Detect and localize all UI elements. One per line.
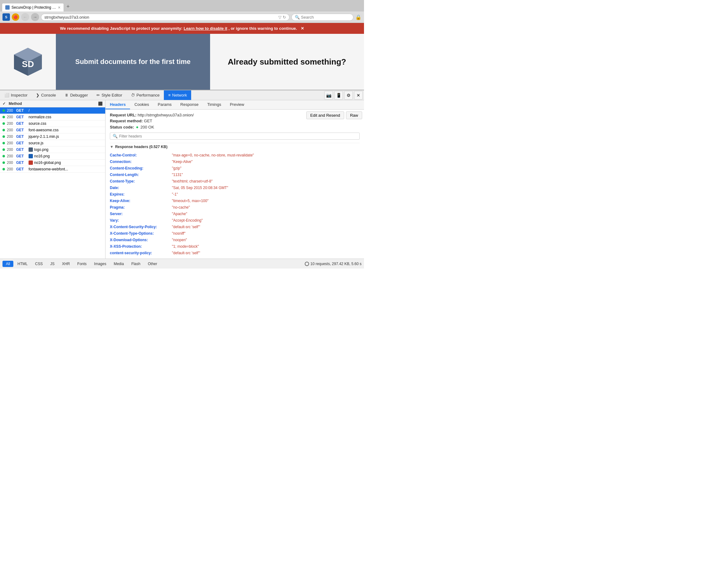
s-icon: S — [2, 13, 10, 21]
already-submitted-panel[interactable]: Already submitted something? — [210, 34, 364, 90]
section-arrow: ▼ — [110, 145, 114, 149]
headers-list: Cache-Control: "max-age=0, no-cache, no-… — [110, 152, 360, 256]
network-row[interactable]: 200 GET / — [0, 107, 105, 114]
close-devtools-btn[interactable]: ✕ — [354, 91, 363, 100]
tab-debugger[interactable]: ⏸ Debugger — [60, 90, 92, 100]
response-headers-section[interactable]: ▼ Response headers (0.527 KB) — [110, 143, 360, 150]
network-row[interactable]: 200 GET normalize.css — [0, 114, 105, 120]
response-headers-label: Response headers (0.527 KB) — [115, 145, 168, 149]
network-row[interactable]: 200 GET source.js — [0, 140, 105, 146]
header-row: Content-Length: "1131" — [110, 172, 360, 177]
detail-tab-preview[interactable]: Preview — [226, 100, 249, 109]
network-row[interactable]: 200 GET no16.png — [0, 153, 105, 159]
filter-input[interactable] — [119, 134, 357, 138]
warning-bar: We recommend disabling JavaScript to pro… — [0, 23, 364, 34]
file-thumbnail-icon — [29, 154, 33, 158]
network-row[interactable]: 200 GET fontawesome-webfont... — [0, 166, 105, 172]
network-stats-text: 10 requests, 297.42 KB, 5.60 s — [310, 262, 362, 266]
filter-other[interactable]: Other — [144, 261, 160, 267]
warning-close[interactable]: ✕ — [301, 26, 304, 31]
search-bar[interactable]: 🔍 — [291, 14, 353, 21]
new-tab-button[interactable]: + — [64, 2, 72, 11]
header-row: Date: "Sat, 05 Sep 2015 20:08:34 GMT" — [110, 185, 360, 190]
network-list: ✓ Method ⬛ 200 GET / 200 GET normalize.c… — [0, 100, 106, 258]
filter-html[interactable]: HTML — [14, 261, 31, 267]
debugger-icon: ⏸ — [65, 93, 69, 97]
filter-flash[interactable]: Flash — [128, 261, 144, 267]
url-icons: ▽ ↻ — [278, 15, 286, 20]
submit-panel-title: Submit documents for the first time — [75, 58, 191, 66]
network-row[interactable]: 200 GET font-awesome.css — [0, 127, 105, 133]
network-row[interactable]: 200 GET source.css — [0, 120, 105, 127]
status-code-label: Status code: — [110, 125, 134, 129]
bottom-filter-bar: All HTML CSS JS XHR Fonts Images Media F… — [0, 258, 364, 268]
warning-link[interactable]: Learn how to disable it — [184, 26, 227, 31]
status-code-value: 200 OK — [140, 125, 154, 129]
request-actions: Edit and Resend Raw — [304, 110, 364, 121]
responsive-btn[interactable]: 📱 — [334, 91, 343, 100]
request-detail: Headers Cookies Params Response Timings … — [106, 100, 364, 258]
extension-icon: 🔒 — [355, 14, 362, 20]
status-dot — [2, 116, 5, 118]
header-row: X-Content-Security-Policy: "default-src … — [110, 224, 360, 230]
filter-images[interactable]: Images — [91, 261, 110, 267]
warning-text: We recommend disabling JavaScript to pro… — [60, 26, 182, 31]
filter-all[interactable]: All — [2, 261, 13, 267]
warning-suffix: , or ignore this warning to continue. — [228, 26, 297, 31]
detail-tab-timings[interactable]: Timings — [203, 100, 226, 109]
search-icon: 🔍 — [295, 15, 300, 20]
raw-button[interactable]: Raw — [346, 111, 362, 119]
tab-close-button[interactable]: × — [58, 5, 61, 10]
network-row[interactable]: 200 GET jquery-2.1.1.min.js — [0, 133, 105, 140]
url-bar[interactable]: strngbxhwyuu37a3.onion ▽ ↻ — [41, 14, 290, 21]
devtools-tabs: ⬜ Inspector ❯ Console ⏸ Debugger ✏ Style… — [0, 90, 364, 100]
tab-console[interactable]: ❯ Console — [32, 90, 60, 100]
search-input[interactable] — [301, 15, 344, 20]
clock-icon — [305, 262, 309, 266]
detail-tab-response[interactable]: Response — [176, 100, 203, 109]
already-submitted-title: Already submitted something? — [228, 57, 346, 67]
tab-title: SecureDrop | Protecting Jo... — [11, 5, 56, 10]
settings-btn[interactable]: ⚙ — [344, 91, 353, 100]
network-panel: ✓ Method ⬛ 200 GET / 200 GET normalize.c… — [0, 100, 364, 258]
status-dot — [2, 109, 5, 112]
request-method-label: Request method: — [110, 119, 143, 123]
browser-chrome: SecureDrop | Protecting Jo... × + S 🔴 ← … — [0, 0, 364, 23]
network-row[interactable]: 200 GET logo.png — [0, 146, 105, 153]
method-col-header: Method — [9, 101, 98, 106]
tab-favicon — [5, 5, 10, 10]
tab-network[interactable]: ≡ Network — [164, 90, 191, 100]
file-thumbnail-icon — [29, 147, 33, 152]
filter-fonts[interactable]: Fonts — [74, 261, 90, 267]
detail-tab-cookies[interactable]: Cookies — [130, 100, 153, 109]
header-row: Content-Type: "text/html; charset=utf-8" — [110, 178, 360, 184]
check-col: ✓ — [2, 101, 9, 106]
filter-css[interactable]: CSS — [32, 261, 46, 267]
filter-media[interactable]: Media — [110, 261, 127, 267]
request-detail-content: Edit and Resend Raw Request URL: http://… — [106, 110, 364, 258]
file-thumbnail-icon — [29, 160, 33, 165]
submit-panel[interactable]: Submit documents for the first time — [56, 34, 210, 90]
status-dot — [2, 135, 5, 138]
edit-resend-button[interactable]: Edit and Resend — [306, 111, 344, 119]
back-button[interactable]: ← — [21, 13, 29, 21]
devtools-toolbar-right: 📷 📱 ⚙ ✕ — [324, 91, 364, 100]
network-row[interactable]: 200 GET no16-global.png — [0, 159, 105, 166]
header-row: Server: "Apache" — [110, 211, 360, 217]
detail-tab-params[interactable]: Params — [153, 100, 176, 109]
screenshot-btn[interactable]: 📷 — [324, 91, 333, 100]
tab-style-editor[interactable]: ✏ Style Editor — [92, 90, 126, 100]
filter-xhr[interactable]: XHR — [59, 261, 73, 267]
filter-headers-input[interactable]: 🔍 — [110, 132, 360, 140]
detail-tab-headers[interactable]: Headers — [106, 100, 130, 109]
filter-js[interactable]: JS — [47, 261, 58, 267]
active-tab[interactable]: SecureDrop | Protecting Jo... × — [2, 3, 64, 11]
tab-performance[interactable]: ⏱ Performance — [127, 90, 164, 100]
status-dot — [2, 168, 5, 170]
header-row: Keep-Alive: "timeout=5, max=100" — [110, 198, 360, 204]
request-url-label: Request URL: — [110, 113, 137, 117]
status-dot — [2, 148, 5, 151]
header-row: Cache-Control: "max-age=0, no-cache, no-… — [110, 152, 360, 158]
forward-button[interactable]: → — [31, 13, 39, 21]
tab-inspector[interactable]: ⬜ Inspector — [0, 90, 32, 100]
